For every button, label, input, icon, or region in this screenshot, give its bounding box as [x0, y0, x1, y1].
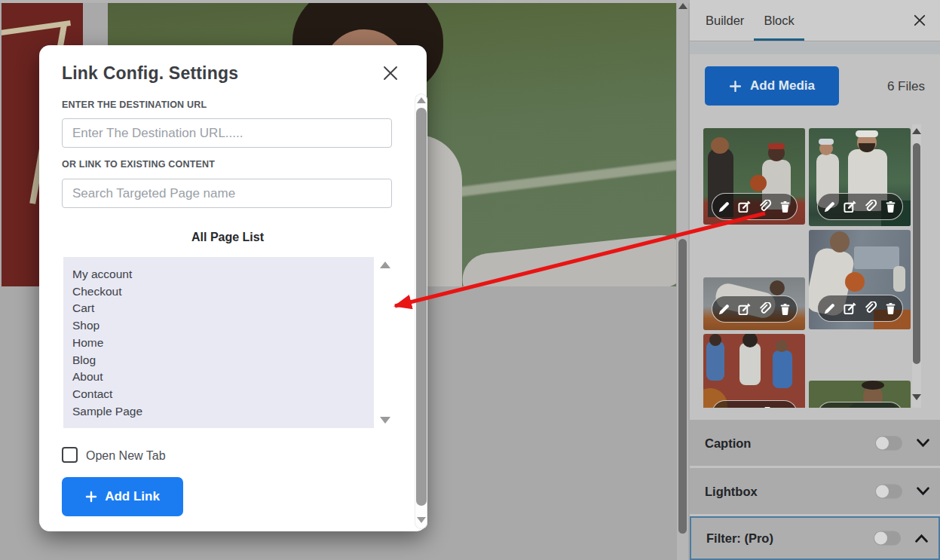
- link-icon[interactable]: [863, 200, 877, 214]
- plus-icon: [85, 491, 97, 503]
- filter-toggle[interactable]: [874, 531, 901, 546]
- trash-icon[interactable]: [778, 302, 792, 317]
- link-icon[interactable]: [758, 302, 772, 317]
- media-actions-pill: [712, 193, 798, 220]
- page-list-item[interactable]: Blog: [72, 352, 374, 369]
- search-page-input[interactable]: [62, 179, 392, 208]
- sidebar-close-icon[interactable]: [914, 14, 926, 26]
- media-actions-pill: [817, 402, 903, 408]
- link-icon[interactable]: [758, 407, 772, 409]
- player-head: [770, 280, 785, 295]
- files-count: 6 Files: [887, 79, 925, 94]
- page-list-item[interactable]: Cart: [72, 300, 374, 317]
- chevron-down-icon[interactable]: [916, 438, 930, 448]
- trash-icon[interactable]: [778, 407, 792, 409]
- edit-document-icon[interactable]: [843, 301, 857, 316]
- player-silhouette: [706, 341, 724, 381]
- add-link-button[interactable]: Add Link: [62, 477, 183, 516]
- media-thumb-group-red-court[interactable]: [703, 334, 805, 408]
- pencil-icon[interactable]: [717, 407, 731, 409]
- media-thumb-table-tennis-match[interactable]: [809, 230, 911, 329]
- edit-document-icon[interactable]: [737, 200, 752, 214]
- link-icon[interactable]: [863, 301, 877, 316]
- chevron-down-icon[interactable]: [916, 486, 930, 496]
- modal-scrollbar[interactable]: [415, 93, 427, 529]
- add-media-label: Add Media: [750, 78, 815, 93]
- player-silhouette: [773, 350, 792, 388]
- section-filter-pro[interactable]: Filter: (Pro): [690, 516, 940, 560]
- tab-builder[interactable]: Builder: [696, 0, 754, 41]
- media-actions-pill: [712, 400, 798, 408]
- add-link-label: Add Link: [105, 489, 160, 504]
- sidebar-body: Add Media 6 Files: [690, 54, 940, 560]
- edit-document-icon[interactable]: [737, 407, 752, 409]
- sidebar-divider-strip: [690, 42, 940, 54]
- scroll-up-icon[interactable]: [912, 128, 921, 134]
- page-list-item[interactable]: Checkout: [72, 283, 374, 301]
- media-thumb-basketball-players[interactable]: [703, 128, 805, 225]
- section-lightbox[interactable]: Lightbox: [690, 468, 940, 514]
- sidebar-header: Builder Block: [690, 0, 940, 41]
- page-list-item[interactable]: Home: [72, 335, 374, 352]
- page-list-item[interactable]: Shop: [72, 317, 374, 335]
- chevron-up-icon[interactable]: [914, 534, 929, 543]
- sidebar: Builder Block Add Media 6 Files: [690, 0, 940, 560]
- modal-close-icon[interactable]: [383, 66, 398, 81]
- existing-content-label: OR LINK TO EXISTING CONTENT: [62, 159, 215, 170]
- scroll-down-icon[interactable]: [912, 394, 921, 400]
- player-head: [776, 340, 788, 352]
- scroll-up-icon[interactable]: [678, 3, 687, 9]
- tab-block-label: Block: [764, 14, 794, 28]
- open-new-tab-checkbox[interactable]: [62, 447, 78, 463]
- section-lightbox-label: Lightbox: [705, 484, 758, 498]
- trash-icon[interactable]: [883, 200, 898, 214]
- window: [854, 246, 899, 269]
- edit-document-icon[interactable]: [737, 302, 752, 317]
- add-media-button[interactable]: Add Media: [705, 66, 839, 106]
- destination-url-input[interactable]: [62, 118, 392, 148]
- link-icon[interactable]: [758, 200, 772, 214]
- page-list-item[interactable]: Sample Page: [72, 403, 374, 421]
- list-scroll-down-icon[interactable]: [380, 417, 390, 424]
- caption-toggle[interactable]: [875, 436, 902, 450]
- tab-builder-label: Builder: [706, 14, 744, 28]
- media-thumb-woman-green-wall[interactable]: [809, 381, 911, 408]
- media-actions-pill: [817, 193, 903, 220]
- media-thumb-table-tennis-woman[interactable]: [703, 277, 805, 330]
- toggle-knob: [876, 436, 889, 449]
- trash-icon[interactable]: [778, 200, 792, 214]
- red-bandana: [768, 143, 785, 149]
- media-actions-pill: [712, 295, 798, 323]
- page-list-item[interactable]: About: [72, 369, 374, 386]
- pencil-icon[interactable]: [822, 200, 837, 214]
- modal-scrollbar-thumb[interactable]: [416, 108, 427, 506]
- pencil-icon[interactable]: [717, 200, 731, 214]
- page-list-item[interactable]: My account: [72, 266, 374, 283]
- section-caption[interactable]: Caption: [690, 420, 940, 466]
- player-head: [711, 137, 729, 154]
- media-actions-pill: [817, 295, 903, 322]
- trash-icon[interactable]: [883, 301, 898, 316]
- pencil-icon[interactable]: [717, 302, 731, 317]
- pencil-icon[interactable]: [822, 301, 837, 316]
- page-list-item[interactable]: Contact: [72, 386, 374, 403]
- section-filter-label: Filter: (Pro): [706, 531, 773, 546]
- scroll-down-icon[interactable]: [417, 517, 426, 523]
- scroll-up-icon[interactable]: [417, 97, 426, 103]
- woman-hair: [862, 381, 884, 390]
- page-scrollbar[interactable]: [677, 0, 688, 560]
- lightbox-toggle[interactable]: [875, 484, 902, 498]
- white-visor: [856, 130, 878, 137]
- destination-url-label: ENTER THE DESTINATION URL: [62, 99, 207, 110]
- edit-document-icon[interactable]: [843, 200, 857, 214]
- player-silhouette: [739, 343, 761, 385]
- page-list: My account Checkout Cart Shop Home Blog …: [63, 257, 374, 428]
- media-thumb-tennis-players[interactable]: [809, 128, 911, 226]
- white-cap: [819, 139, 834, 145]
- media-scrollbar[interactable]: [912, 124, 921, 408]
- open-new-tab-label: Open New Tab: [86, 449, 166, 463]
- media-scrollbar-thumb[interactable]: [913, 143, 920, 364]
- tab-block[interactable]: Block: [754, 0, 804, 41]
- list-scroll-up-icon[interactable]: [380, 262, 390, 268]
- page-scrollbar-thumb[interactable]: [678, 239, 687, 534]
